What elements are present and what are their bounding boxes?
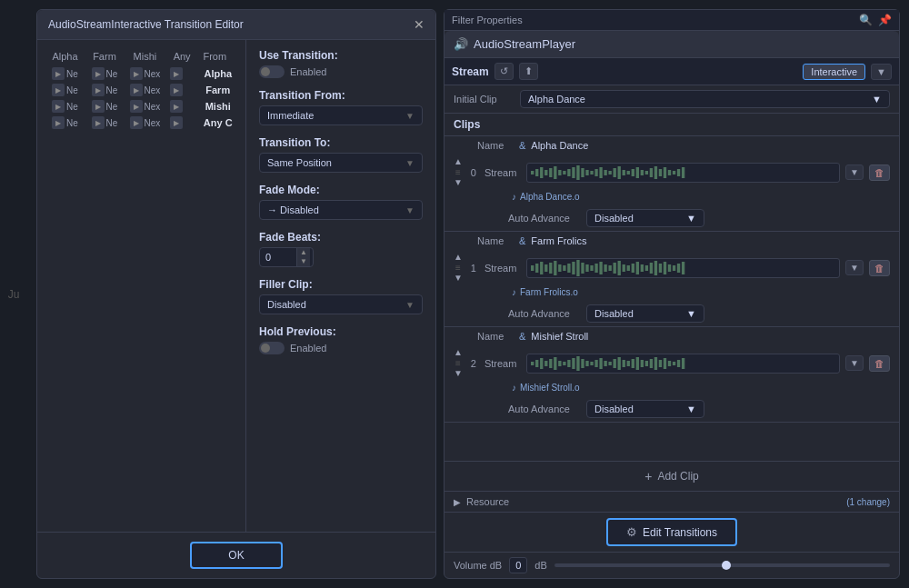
- add-clip-button[interactable]: + Add Clip: [644, 469, 699, 483]
- cell-mishi-alpha[interactable]: ▶ Nex: [124, 65, 166, 82]
- pin-button[interactable]: 📌: [878, 14, 892, 26]
- move-up-button[interactable]: ▲: [454, 157, 463, 166]
- svg-rect-100: [677, 360, 680, 367]
- cell-alpha-alpha[interactable]: ▶ Ne: [45, 65, 85, 82]
- svg-rect-48: [594, 264, 597, 273]
- table-row[interactable]: ▶ Ne ▶ Ne ▶: [45, 98, 238, 115]
- transition-settings: Use Transition: Enabled Transition From:…: [246, 40, 435, 532]
- clip-0-name: Alpha Dance: [531, 140, 588, 151]
- ok-button[interactable]: OK: [190, 542, 282, 569]
- svg-rect-46: [585, 264, 588, 272]
- cell-any-anyc[interactable]: ▶: [166, 115, 198, 131]
- use-transition-toggle[interactable]: [259, 65, 285, 78]
- volume-number: 0: [515, 560, 521, 571]
- clip-0-delete-button[interactable]: 🗑: [869, 164, 890, 181]
- cell-icon: ▶: [170, 84, 183, 96]
- cell-any-farm[interactable]: ▶: [166, 82, 198, 98]
- svg-rect-93: [645, 361, 648, 366]
- volume-slider-thumb[interactable]: [722, 561, 731, 570]
- svg-rect-25: [645, 171, 648, 174]
- hold-previous-checkbox-label: Enabled: [290, 343, 326, 354]
- fade-beats-input[interactable]: [260, 248, 296, 266]
- cell-farm-alpha[interactable]: ▶ Ne: [85, 65, 124, 82]
- move-down-button[interactable]: ▼: [454, 178, 463, 187]
- svg-rect-5: [554, 166, 556, 179]
- search-button[interactable]: 🔍: [859, 14, 873, 26]
- interactive-mode-button[interactable]: Interactive: [803, 64, 865, 80]
- svg-rect-33: [682, 167, 684, 178]
- decrement-icon[interactable]: ▼: [297, 257, 310, 266]
- clip-2-filename: Mishief Stroll.o: [520, 383, 580, 393]
- hold-previous-toggle[interactable]: [259, 342, 285, 354]
- cell-farm-farm[interactable]: ▶ Ne: [85, 82, 124, 98]
- cell-alpha-mishi[interactable]: ▶ Ne: [45, 98, 85, 115]
- cell-alpha-anyc[interactable]: ▶ Ne: [45, 115, 85, 131]
- cell-mishi-farm[interactable]: ▶ Nex: [124, 82, 166, 98]
- clip-0-index: 0: [468, 167, 479, 178]
- auto-advance-value-2: Disabled: [594, 404, 634, 414]
- volume-slider[interactable]: [554, 563, 890, 567]
- clip-0-stream-dropdown[interactable]: ▼: [845, 164, 864, 180]
- svg-rect-32: [677, 169, 680, 176]
- fade-mode-dropdown[interactable]: → Disabled ▼: [259, 200, 423, 220]
- svg-rect-24: [641, 170, 644, 175]
- increment-icon[interactable]: ▲: [297, 248, 310, 257]
- cell-any-alpha[interactable]: ▶: [166, 65, 198, 82]
- svg-rect-50: [604, 264, 606, 272]
- svg-rect-31: [673, 171, 675, 174]
- svg-rect-56: [632, 264, 634, 273]
- cell-mishi-mishi[interactable]: ▶ Nex: [124, 98, 166, 115]
- cell-alpha-farm[interactable]: ▶ Ne: [45, 82, 85, 98]
- move-up-button[interactable]: ▲: [454, 253, 463, 262]
- auto-advance-dropdown-0[interactable]: Disabled ▼: [586, 209, 704, 227]
- svg-rect-74: [558, 361, 561, 366]
- transition-to-dropdown[interactable]: Same Position ▼: [259, 153, 423, 173]
- svg-rect-53: [617, 261, 620, 275]
- clip-2-stream-dropdown[interactable]: ▼: [845, 355, 864, 371]
- edit-transitions-row: ⚙ Edit Transitions: [445, 512, 899, 552]
- cell-mishi-anyc[interactable]: ▶ Nex: [124, 115, 166, 131]
- transition-from-label: Transition From:: [259, 89, 423, 102]
- close-button[interactable]: ✕: [414, 17, 425, 32]
- move-down-button[interactable]: ▼: [454, 274, 463, 283]
- move-down-button[interactable]: ▼: [454, 369, 463, 378]
- clip-1-stream-dropdown[interactable]: ▼: [845, 260, 864, 275]
- move-up-button[interactable]: ▲: [454, 348, 463, 357]
- svg-rect-85: [608, 362, 611, 365]
- svg-rect-60: [650, 263, 653, 274]
- filler-clip-dropdown[interactable]: Disabled ▼: [259, 294, 423, 314]
- stream-dropdown-button[interactable]: ▼: [871, 64, 892, 80]
- svg-rect-18: [613, 168, 615, 177]
- transition-from-dropdown[interactable]: Immediate ▼: [259, 105, 423, 125]
- edit-transitions-button[interactable]: ⚙ Edit Transitions: [606, 518, 737, 546]
- auto-advance-label: Auto Advance: [508, 404, 581, 414]
- cell-farm-anyc[interactable]: ▶ Ne: [85, 115, 124, 131]
- auto-advance-dropdown-1[interactable]: Disabled ▼: [586, 304, 704, 323]
- cell-farm-mishi[interactable]: ▶ Ne: [85, 98, 124, 115]
- svg-rect-41: [563, 265, 565, 271]
- svg-rect-77: [572, 358, 574, 369]
- svg-rect-63: [664, 262, 666, 274]
- cell-any-mishi[interactable]: ▶: [166, 98, 198, 115]
- svg-rect-14: [594, 169, 597, 176]
- auto-advance-label: Auto Advance: [508, 308, 581, 319]
- svg-rect-10: [576, 165, 579, 180]
- row-label-farm: Farm: [197, 82, 238, 98]
- clip-2-delete-button[interactable]: 🗑: [869, 355, 890, 372]
- svg-rect-59: [645, 265, 648, 271]
- auto-advance-value-0: Disabled: [594, 213, 634, 224]
- transition-editor-title-bar: AudioStreamInteractive Transition Editor…: [37, 10, 435, 40]
- table-row[interactable]: ▶ Ne ▶ Ne ▶: [45, 65, 238, 82]
- svg-rect-2: [540, 167, 543, 178]
- svg-rect-87: [617, 357, 620, 370]
- table-row[interactable]: ▶ Ne ▶ Ne ▶: [45, 82, 238, 98]
- initial-clip-dropdown[interactable]: Alpha Dance ▼: [520, 90, 890, 108]
- auto-advance-dropdown-2[interactable]: Disabled ▼: [586, 400, 704, 418]
- svg-rect-21: [626, 171, 629, 174]
- svg-rect-6: [558, 170, 561, 175]
- clip-1-delete-button[interactable]: 🗑: [869, 260, 890, 276]
- refresh-button[interactable]: ↺: [494, 63, 514, 80]
- load-button[interactable]: ⬆: [519, 63, 538, 80]
- table-row[interactable]: ▶ Ne ▶ Ne ▶: [45, 115, 238, 131]
- cell-icon: ▶: [52, 84, 65, 96]
